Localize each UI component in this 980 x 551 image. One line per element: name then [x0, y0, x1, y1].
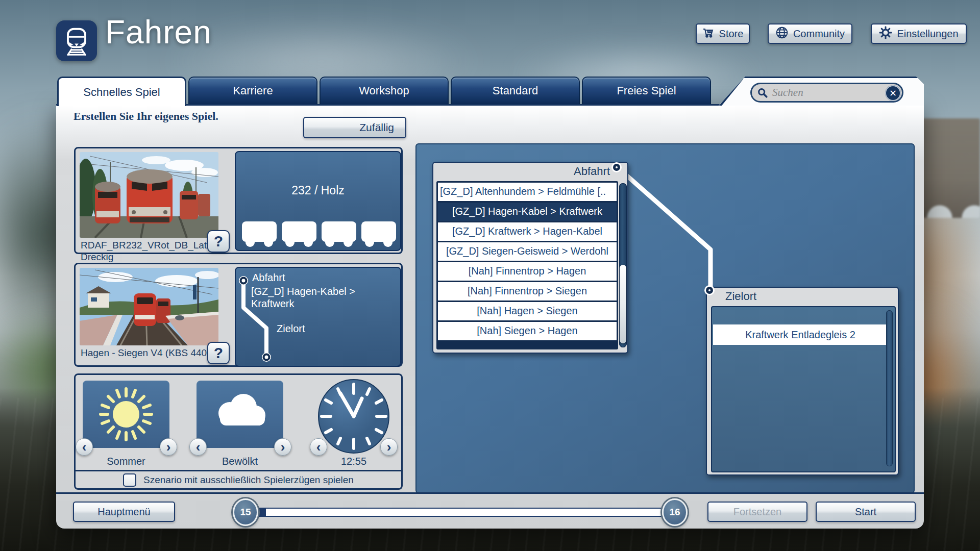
departure-list-item[interactable]: [Nah] Siegen > Hagen	[438, 322, 617, 340]
tab-workshop[interactable]: Workshop	[320, 77, 449, 104]
weather-selector[interactable]	[197, 381, 283, 448]
minimap-destination-label: Zielort	[277, 323, 305, 335]
loco-thumbnail[interactable]	[80, 152, 218, 238]
store-button[interactable]: Store	[696, 23, 750, 44]
community-button[interactable]: Community	[768, 23, 852, 44]
time-selector[interactable]	[317, 378, 390, 455]
wagon-icon	[322, 221, 356, 242]
question-mark: ?	[214, 233, 223, 250]
continue-label: Fortsetzen	[733, 506, 781, 518]
consist-panel[interactable]: 232 / Holz	[235, 151, 401, 251]
route-name: Hagen - Siegen V4 (KBS 440)	[81, 347, 219, 359]
loco-help-button[interactable]: ?	[207, 230, 230, 253]
tab-label: Karriere	[233, 84, 273, 97]
settings-button[interactable]: Einstellungen	[871, 23, 967, 44]
loco-name: RDAF_BR232_VRot_DB_Latz_Dreckig	[81, 239, 219, 263]
destination-box: Zielort Kraftwerk Entladegleis 2	[706, 287, 899, 475]
continue-button[interactable]: Fortsetzen	[707, 502, 807, 522]
destination-node-icon	[706, 287, 713, 294]
route-help-button[interactable]: ?	[207, 342, 230, 364]
start-button[interactable]: Start	[816, 502, 916, 522]
main-window: Schnelles Spiel Karriere Workshop Standa…	[56, 77, 924, 529]
search-corner: Suchen ✕	[714, 77, 924, 106]
store-button-label: Store	[719, 28, 744, 40]
departure-list-item[interactable]: [Nah] Finnentrop > Siegen	[438, 282, 617, 300]
sun-icon	[95, 384, 157, 445]
loco-tile: RDAF_BR232_VRot_DB_Latz_Dreckig ? 232 / …	[74, 147, 403, 254]
tab-schnelles-spiel[interactable]: Schnelles Spiel	[57, 77, 186, 106]
player-only-row: Szenario mit ausschließlich Spielerzügen…	[76, 470, 401, 488]
season-selector[interactable]	[83, 381, 169, 448]
page-heading: Erstellen Sie Ihr eigenes Spiel.	[74, 110, 218, 123]
community-button-label: Community	[793, 28, 845, 40]
slider-handle-value: 15	[240, 507, 251, 518]
window-body: Erstellen Sie Ihr eigenes Spiel. Zufälli…	[56, 104, 924, 529]
tab-label: Freies Spiel	[617, 84, 676, 97]
main-menu-button[interactable]: Hauptmenü	[73, 502, 175, 522]
departure-list-item[interactable]: [GZ_D] Altenhundem > Feldmühle [..	[438, 183, 617, 201]
minimap-departure-label: Abfahrt	[252, 272, 285, 284]
slider-handle-left[interactable]: 15	[233, 498, 258, 526]
departure-header: Abfahrt	[433, 163, 627, 181]
weather-prev-button[interactable]: ‹	[189, 438, 207, 456]
destination-header: Zielort	[707, 288, 898, 306]
destination-list-item-selected[interactable]: Kraftwerk Entladegleis 2	[713, 324, 888, 345]
season-label: Sommer	[107, 456, 145, 467]
gear-icon	[879, 26, 892, 42]
consist-name: 232 / Holz	[236, 184, 400, 197]
tab-freies-spiel[interactable]: Freies Spiel	[582, 77, 711, 104]
departure-list-item[interactable]: [Nah] Hagen > Siegen	[438, 302, 617, 320]
destination-list: Kraftwerk Entladegleis 2	[711, 306, 896, 472]
search-icon	[757, 87, 768, 98]
departure-node-icon	[613, 164, 620, 171]
tab-standard[interactable]: Standard	[451, 77, 580, 104]
player-only-label: Szenario mit ausschließlich Spielerzügen…	[143, 474, 354, 486]
start-label: Start	[855, 506, 876, 518]
random-button[interactable]: Zufällig	[303, 117, 406, 138]
time-prev-button[interactable]: ‹	[310, 438, 327, 456]
page-title: Fahren	[105, 13, 212, 51]
departure-list-item[interactable]: [GZ_D] Kraftwerk > Hagen-Kabel	[438, 222, 617, 241]
departure-scrollbar[interactable]	[619, 183, 627, 347]
departure-box: Abfahrt [GZ_D] Altenhundem > Feldmühle […	[432, 162, 628, 354]
departure-list-item[interactable]: [GZ_D] Siegen-Geisweid > Werdohl	[438, 242, 617, 261]
search-clear-button[interactable]: ✕	[885, 85, 901, 101]
minimap-departure-value: [GZ_D] Hagen-Kabel > Kraftwerk	[251, 285, 374, 310]
tab-karriere[interactable]: Karriere	[188, 77, 317, 104]
consist-wagons	[242, 221, 396, 242]
train-logo-icon	[56, 20, 97, 61]
slider-handle-value: 16	[669, 507, 680, 518]
route-thumbnail[interactable]	[80, 268, 218, 345]
slider-handle-right[interactable]: 16	[662, 498, 688, 526]
tab-label: Workshop	[359, 84, 409, 97]
conditions-box: ‹ › Sommer ‹ › Bewölkt	[74, 373, 403, 490]
route-tile: Hagen - Siegen V4 (KBS 440) ? Abfahrt [G…	[74, 263, 403, 367]
settings-button-label: Einstellungen	[897, 28, 958, 40]
wagon-icon	[242, 221, 277, 242]
weather-label: Bewölkt	[222, 456, 258, 467]
tab-label: Standard	[493, 84, 538, 97]
question-mark: ?	[214, 344, 223, 362]
diagonal-divider	[717, 78, 743, 110]
departure-list-item-selected[interactable]: [GZ_D] Hagen-Kabel > Kraftwerk	[438, 203, 617, 221]
departure-scrollbar-thumb[interactable]	[620, 265, 626, 343]
clock-icon	[317, 378, 390, 455]
wagon-icon	[282, 221, 316, 242]
season-next-button[interactable]: ›	[160, 438, 177, 456]
time-next-button[interactable]: ›	[380, 438, 398, 456]
cloud-icon	[207, 389, 273, 440]
weather-next-button[interactable]: ›	[274, 438, 291, 456]
destination-scrollbar-thumb[interactable]	[886, 310, 893, 466]
tab-label: Schnelles Spiel	[83, 86, 160, 99]
player-only-checkbox[interactable]	[123, 473, 136, 487]
time-range-slider-track[interactable]	[257, 508, 673, 517]
time-label: 12:55	[341, 456, 366, 467]
cart-icon	[702, 27, 715, 41]
departure-list-item[interactable]: [Nah] Finnentrop > Hagen	[438, 262, 617, 281]
scenario-map-panel: Abfahrt [GZ_D] Altenhundem > Feldmühle […	[415, 143, 915, 493]
departure-list: [GZ_D] Altenhundem > Feldmühle [.. [GZ_D…	[436, 181, 618, 349]
route-minimap-panel[interactable]: Abfahrt [GZ_D] Hagen-Kabel > Kraftwerk Z…	[235, 267, 401, 367]
season-prev-button[interactable]: ‹	[76, 438, 93, 456]
search-input[interactable]: Suchen ✕	[750, 83, 903, 103]
random-button-label: Zufällig	[359, 121, 394, 134]
